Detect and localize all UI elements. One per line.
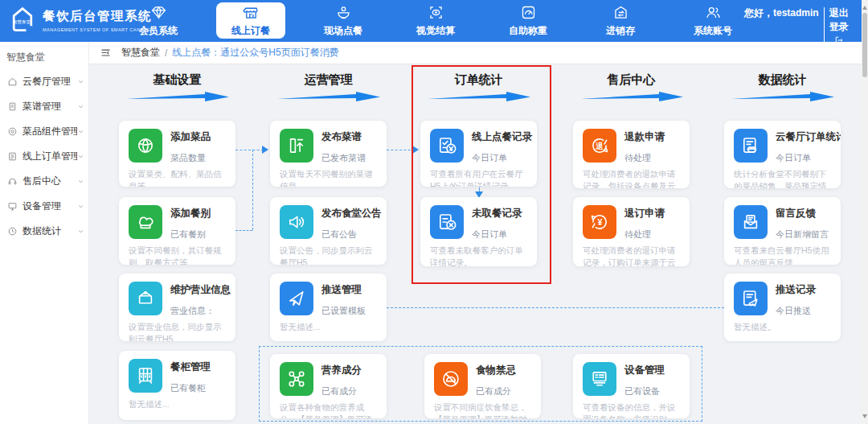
card-cabinet-manage[interactable]: 餐柜管理已有餐柜 暂无描述... [119,351,235,420]
flow-connector [235,230,252,231]
locker-icon [129,359,162,393]
scrollbar-thumb[interactable] [862,13,867,77]
sidebar-item-device-manage[interactable]: 设备管理 [0,194,88,219]
breadcrumb-root: 智慧食堂 [121,46,160,60]
flow-connector [235,150,264,150]
flow-connector [252,150,253,230]
scroll-down-arrow[interactable] [862,414,867,421]
header-underline-arrow [730,92,836,101]
flow-connector [387,150,415,150]
speaker-icon [280,205,313,239]
order-list-icon [7,151,18,162]
header-underline-arrow [125,92,231,101]
chevron-down-icon [77,103,84,110]
card-business-info[interactable]: 维护营业信息营业信息： 设置营业信息，同步显示到云餐厅H5。 [119,274,235,341]
header-underline-arrow [276,92,382,101]
house-icon [7,76,18,87]
nav-label: 线上订餐 [231,24,270,38]
smart-canteen-logo-icon: 智慧食堂 [8,5,37,35]
app-window: 智慧食堂 餐饮后台管理系统 MANAGEMENT SYSTEM OF SMART… [0,0,868,424]
paper-plane-icon [280,282,313,315]
chevron-down-icon [77,78,84,85]
nav-member-system[interactable]: 会员系统 [124,0,193,42]
nav-label: 自助称重 [509,24,547,38]
chevron-down-icon [77,178,84,185]
logout-icon [834,35,844,45]
card-publish-menu[interactable]: 发布菜谱已发布菜谱 设置每天不同餐别的菜谱信息。 [270,121,387,187]
logo-badge-text: 智慧食堂 [13,19,31,25]
scrollbar[interactable] [862,0,868,424]
card-unclaimed-meal-record[interactable]: 未取餐记录今日订单 可查看未取餐客户的订单详情记录。 [420,197,537,266]
card-unsubscribe-request[interactable]: ¥ 退订申请待处理 可处理消费者的退订申请记录，订购订单来源于云餐厅H5上的订单… [573,197,690,266]
menu-book-icon [280,129,313,163]
gem-icon [150,4,167,21]
card-online-order-record[interactable]: 线上点餐记录今日订单 可查看所有用户在云餐厅H5上的订单详情记录。 [420,121,537,187]
nav-onsite-ordering[interactable]: 现场点餐 [309,0,378,42]
card-canteen-announcement[interactable]: 发布食堂公告已有公告 设置公告，同步显示到云餐厅H5。 [270,197,387,265]
sidebar-item-menu-manage[interactable]: 菜谱管理 [0,94,88,119]
nav-label: 系统账号 [694,24,732,38]
breadcrumb-current: 线上点餐：通过公众号H5页面订餐消费 [172,46,338,60]
column-header-operations: 运营管理 [270,72,387,88]
sidebar-item-cloud-restaurant[interactable]: 云餐厅管理 [0,69,88,94]
dish-icon [129,129,162,163]
breadcrumb-separator: / [165,47,167,59]
refund-icon: 退 [583,129,616,163]
component-icon [7,126,18,137]
column-header-basic-settings: 基础设置 [119,72,235,88]
chevron-down-icon [77,128,84,135]
card-refund-request[interactable]: 退 退款申请待处理 可处理消费者的退款申请记录，包括设备点餐及云餐厅H5上的订单… [573,121,690,188]
card-add-meal-type[interactable]: 添加餐别已有餐别 设置不同餐别，其订餐规则、取餐方式等。 [119,197,235,265]
menu-fold-icon[interactable] [100,47,112,59]
nav-self-weighing[interactable]: 自助称重 [493,0,563,42]
card-food-taboo[interactable]: 食物禁忌已有成分 设置不同病症饮食禁忌，【菜品管理】里可添加对应的。 [424,354,541,418]
card-nutrition[interactable]: 营养成分已有成分 设置各种食物的营养成分，【菜品管理】里可添加对应的食物及分..… [270,354,387,418]
sidebar-item-aftersale[interactable]: 售后中心 [0,169,88,194]
sidebar-item-statistics[interactable]: 数据统计 [0,219,88,244]
card-message-feedback[interactable]: 留言反馈今日新增留言 可查看来自云餐厅H5使用人员的留言反馈。 [724,197,841,265]
chevron-down-icon [77,228,84,235]
nav-online-ordering[interactable]: 线上订餐 [216,2,285,39]
header-underline-arrow [579,92,685,101]
nav-label: 会员系统 [139,24,178,38]
card-push-record[interactable]: 推送记录今日推送 暂无描述。 [724,274,841,341]
logout-button[interactable]: 退出登录 [829,6,849,47]
sidebar: 智慧食堂 云餐厅管理 菜谱管理 菜品组件管理 线上订单管理 售后中心 [0,42,89,424]
order-stats-bowl-icon [734,129,768,163]
molecule-icon [280,362,313,396]
order-cancel-icon [430,205,464,239]
header-underline-arrow [426,92,532,101]
chevron-down-icon [77,203,84,210]
storefront-icon [243,4,260,21]
card-device-manage[interactable]: 设备管理已有设备 可查看设备的信息，并设置设备名称，方便识别。 [573,354,690,418]
column-header-order-stats: 订单统计 [420,72,537,88]
nav-system-account[interactable]: 系统账号 [678,0,747,42]
vision-scan-icon [428,4,444,21]
sidebar-item-dish-components[interactable]: 菜品组件管理 [0,119,88,144]
sidebar-item-online-orders[interactable]: 线上订单管理 [0,144,88,169]
column-header-aftersale: 售后中心 [573,72,690,88]
signboard-icon [129,282,162,315]
dining-plate-icon [335,4,352,21]
user-greeting: 您好，testadmin [744,6,819,47]
headset-icon [7,176,18,187]
top-header: 智慧食堂 餐饮后台管理系统 MANAGEMENT SYSTEM OF SMART… [0,0,862,42]
order-check-yen-icon [430,129,464,163]
svg-text:退: 退 [596,142,604,150]
nav-label: 视觉结算 [416,24,455,38]
push-record-icon [734,282,768,315]
scale-gauge-icon [520,4,537,21]
nav-inventory[interactable]: 进销存 [586,0,655,42]
column-header-data-stats: 数据统计 [724,72,841,88]
card-add-dish[interactable]: 添加菜品菜品数量 设置菜类、配料、菜品信息等。 [119,121,235,187]
no-food-icon [434,362,468,396]
scroll-up-arrow[interactable] [862,3,867,10]
nav-vision-checkout[interactable]: 视觉结算 [401,0,470,42]
svg-text:¥: ¥ [597,217,602,227]
card-push-manage[interactable]: 推送管理已设置模板 暂无描述... [270,274,387,341]
nav-label: 进销存 [606,24,635,38]
card-cloud-order-stats[interactable]: 云餐厅订单统计今日订单 统计分析食堂不同餐别下的菜品销售、菜品预定情况。 [724,121,841,188]
warehouse-transfer-icon [612,4,629,21]
chevron-down-icon [77,153,84,160]
user-area: 您好，testadmin 退出登录 [744,6,849,47]
